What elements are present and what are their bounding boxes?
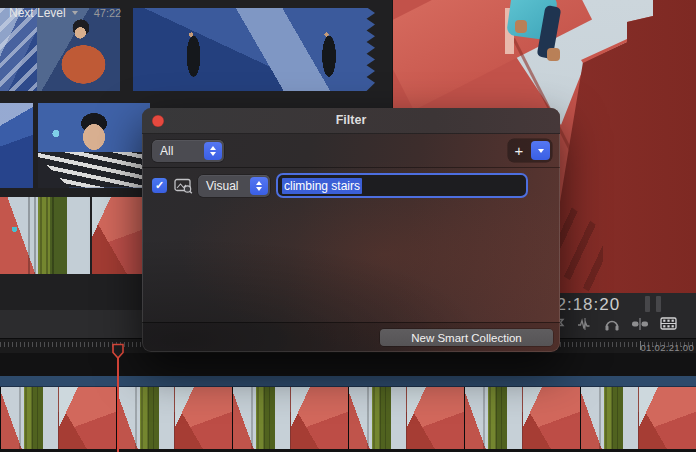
- filmstrip-frame: [174, 387, 232, 449]
- audio-skimming-icon[interactable]: [577, 317, 593, 331]
- add-rule-button[interactable]: +: [508, 140, 530, 161]
- new-smart-collection-button[interactable]: New Smart Collection: [380, 329, 553, 346]
- clip-top-bar: [0, 376, 696, 387]
- viewer-person: [501, 0, 576, 70]
- playhead[interactable]: [111, 343, 125, 360]
- add-rule-chevron-button[interactable]: [531, 141, 550, 160]
- chevron-up-down-icon: [204, 142, 222, 160]
- rule-type-dropdown[interactable]: Visual: [198, 175, 270, 197]
- rule-enabled-checkbox[interactable]: ✓: [152, 178, 167, 193]
- filter-body: [142, 204, 560, 322]
- filmstrip-frame: [522, 387, 580, 449]
- solo-headphones-icon[interactable]: [604, 317, 620, 331]
- filmstrip-frame: [638, 387, 696, 449]
- clip-thumbnail[interactable]: [38, 103, 150, 188]
- filter-footer: New Smart Collection: [142, 322, 560, 352]
- clip-filmstrip: [0, 387, 696, 449]
- ruler-timecode: 01:02:21:00: [641, 342, 695, 353]
- clip-thumbnail[interactable]: [0, 197, 90, 274]
- filmstrip-frame: [0, 387, 58, 449]
- clip-thumbnail[interactable]: [0, 8, 37, 91]
- chevron-up-down-icon: [250, 177, 268, 195]
- clip-thumbnail[interactable]: [133, 8, 375, 91]
- app-screen: Next Level 47:22 02:18:20: [0, 0, 696, 452]
- rule-type-value: Visual: [206, 179, 238, 193]
- timeline-view-controls: [552, 316, 696, 331]
- filmstrip-frame: [464, 387, 522, 449]
- chevron-down-icon: [538, 149, 544, 153]
- search-input-selected-text: climbing stairs: [282, 178, 362, 194]
- filmstrip-frame: [348, 387, 406, 449]
- scope-dropdown-value: All: [160, 144, 173, 158]
- filmstrip-frame: [232, 387, 290, 449]
- filmstrip-frame: [58, 387, 116, 449]
- filmstrip-frame: [116, 387, 174, 449]
- clip-thumbnail[interactable]: [0, 103, 33, 188]
- clip-appearance-icon[interactable]: [660, 316, 677, 331]
- filmstrip-frame: [290, 387, 348, 449]
- filter-rule-row: ✓ Visual climbing stairs: [142, 168, 560, 204]
- project-name: Next Level: [9, 6, 66, 20]
- project-duration: 47:22: [94, 7, 122, 19]
- chevron-down-icon: [72, 11, 78, 15]
- audio-meters-icon[interactable]: [645, 296, 661, 312]
- clip-thumbnail[interactable]: [37, 8, 120, 91]
- filter-header: All +: [142, 134, 560, 168]
- scope-dropdown[interactable]: All: [152, 140, 224, 162]
- search-input[interactable]: climbing stairs: [276, 173, 528, 198]
- add-rule-group: +: [508, 139, 552, 162]
- filmstrip-frame: [406, 387, 464, 449]
- filmstrip-frame: [580, 387, 638, 449]
- window-titlebar[interactable]: Filter: [142, 108, 560, 134]
- image-search-icon: [174, 178, 193, 194]
- timeline-clip[interactable]: [0, 376, 696, 449]
- project-name-button[interactable]: Next Level 47:22: [9, 6, 121, 20]
- snapping-icon[interactable]: [631, 317, 649, 331]
- playhead-line: [117, 356, 119, 452]
- window-title: Filter: [142, 113, 560, 127]
- filter-window: Filter All + ✓: [142, 108, 560, 352]
